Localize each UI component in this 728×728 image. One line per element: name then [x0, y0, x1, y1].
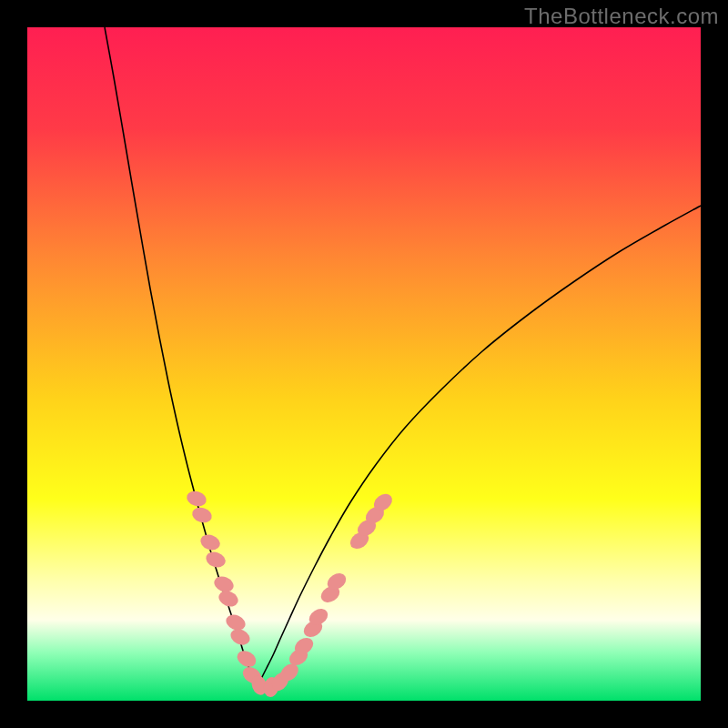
watermark-text: TheBottleneck.com [524, 4, 719, 29]
chart-frame [27, 27, 701, 701]
bottleneck-chart [27, 27, 701, 701]
gradient-background [27, 27, 701, 701]
